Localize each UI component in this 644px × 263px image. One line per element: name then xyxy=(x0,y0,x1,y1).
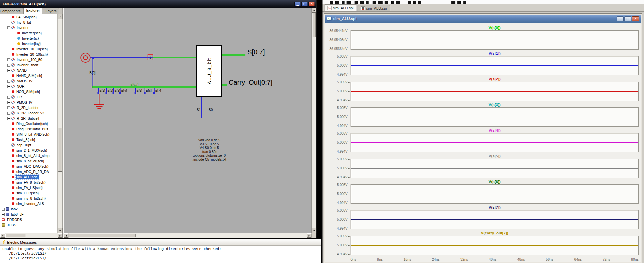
explorer-tree-item[interactable]: Inverter{sch} xyxy=(0,30,57,36)
minimize-button[interactable] xyxy=(294,2,301,7)
waveform-plot[interactable] xyxy=(351,30,639,50)
explorer-tree-item[interactable]: cap_10pf xyxy=(0,142,57,148)
waveform-plot[interactable] xyxy=(351,56,639,75)
trace-title[interactable]: V(carry_out[7]) xyxy=(351,230,639,236)
explorer-tree-item[interactable]: Inverter_short xyxy=(0,62,57,68)
electric-titlebar[interactable]: ENGR338:sim_ALU{sch} × xyxy=(0,0,316,8)
messages-titlebar[interactable]: Electric Messages xyxy=(0,239,321,246)
waveform-plot[interactable] xyxy=(351,210,639,229)
explorer-tree-item[interactable]: sim_ADC_R_2R_DA xyxy=(0,169,57,174)
a-input-bus[interactable] xyxy=(153,57,196,58)
explorer-tree-item[interactable]: sim_inv_8_bit{sch} xyxy=(0,196,57,201)
explorer-tree-item[interactable]: NMOS_IV xyxy=(0,78,57,84)
explorer-tree-item[interactable]: R_2R_Ladder xyxy=(0,105,57,110)
explorer-tree-item[interactable]: sim_O_R{sch} xyxy=(0,190,57,196)
waveform-plot[interactable] xyxy=(351,133,639,152)
explorer-tree-item[interactable]: NAND xyxy=(0,68,57,73)
tab-components[interactable]: Components xyxy=(0,8,23,14)
waveform-plot[interactable] xyxy=(351,236,639,255)
explorer-tree-item[interactable]: Ring_Oscillator_Bus xyxy=(0,126,57,132)
explorer-tree-item[interactable]: sim_8_bit_or{sch} xyxy=(0,158,57,164)
waveform-plot[interactable] xyxy=(351,82,639,101)
expand-toggle-collapsed[interactable] xyxy=(7,69,10,72)
trace-title[interactable]: V(s[3]) xyxy=(351,102,639,107)
s0-pin-label[interactable]: S0 xyxy=(209,108,213,112)
explorer-tree-item[interactable]: sim_ADC_DAC{sch} xyxy=(0,164,57,169)
schematic-canvas[interactable]: J ALU_8_bit S[0:7] Carry_Out[0:7] B[0] B… xyxy=(64,8,311,233)
b-pin-label[interactable]: B[7] xyxy=(155,89,161,92)
tree-horizontal-scrollbar[interactable] xyxy=(0,233,62,238)
expand-toggle-collapsed[interactable] xyxy=(7,117,10,120)
tab-layers[interactable]: Layers xyxy=(43,8,59,14)
trace-title[interactable]: V(s[1]) xyxy=(351,51,639,56)
expand-toggle-collapsed[interactable] xyxy=(7,106,10,109)
trace-title[interactable]: V(s[0]) xyxy=(351,25,639,30)
explorer-tree-item[interactable]: NAND_SIM{sch} xyxy=(0,73,57,78)
explorer-tree-item[interactable]: Inverter_20_10{sch} xyxy=(0,52,57,57)
expand-toggle-collapsed[interactable] xyxy=(7,80,10,83)
explorer-tree-item[interactable]: R_2R_Subcell xyxy=(0,116,57,121)
canvas-hscrollbar-thumb[interactable] xyxy=(69,234,136,237)
canvas-vertical-scrollbar[interactable] xyxy=(311,8,316,233)
explorer-tree-item[interactable]: Inv_8_bit xyxy=(0,20,57,25)
explorer-tree-item[interactable]: NOR_SIM{sch} xyxy=(0,89,57,94)
explorer-tree-item[interactable]: Inverter{ic} xyxy=(0,36,57,41)
waveform-plot[interactable] xyxy=(351,159,639,178)
canvas-scroll-right-button[interactable] xyxy=(307,233,311,238)
tree-hscrollbar-thumb[interactable] xyxy=(5,234,25,237)
explorer-tree-item[interactable]: JOBS xyxy=(0,222,57,228)
b-pin-label[interactable]: B[5] xyxy=(137,89,142,92)
explorer-tree-item[interactable]: OR xyxy=(0,94,57,100)
b-pin-label[interactable]: B[4] xyxy=(121,89,127,92)
spice-file-tab-active[interactable]: sim_ALU.spi xyxy=(324,4,357,11)
restore-button[interactable] xyxy=(624,16,631,21)
explorer-tree-item[interactable]: SIM_8_bit_AND{sch} xyxy=(0,132,57,137)
tab-explorer[interactable]: Explorer xyxy=(23,8,42,14)
explorer-tree-item[interactable]: sim_ALU{sch} xyxy=(0,174,57,180)
expand-toggle-collapsed[interactable] xyxy=(7,96,10,99)
explorer-tree-item[interactable]: ERRORS xyxy=(0,217,57,222)
canvas-scroll-up-button[interactable] xyxy=(312,8,316,13)
minimize-button[interactable] xyxy=(617,16,624,21)
trace-title[interactable]: V(s[5]) xyxy=(351,153,639,159)
expand-toggle-collapsed[interactable] xyxy=(2,213,5,216)
explorer-tree-item[interactable]: Inverter{lay} xyxy=(0,41,57,46)
explorer-tree-item[interactable]: lab2 xyxy=(0,206,57,212)
tree-scrollbar-thumb[interactable] xyxy=(58,128,62,172)
b-pin-label[interactable]: B[6] xyxy=(146,89,152,92)
waveform-plot[interactable] xyxy=(351,184,639,204)
close-button[interactable]: × xyxy=(632,16,639,21)
explorer-tree-item[interactable]: sim_FA_8_bit{sch} xyxy=(0,180,57,185)
tree-vertical-scrollbar[interactable] xyxy=(57,14,62,233)
explorer-tree-item[interactable]: sim_FA_HS{sch} xyxy=(0,185,57,190)
spice-file-tab[interactable]: sim_ALU.spi xyxy=(358,5,390,11)
maximize-button[interactable] xyxy=(301,2,308,7)
explorer-tree-item[interactable]: Inverter_10_10{sch} xyxy=(0,46,57,52)
trace-title[interactable]: V(s[7]) xyxy=(351,205,639,210)
explorer-tree-item[interactable]: Inverter xyxy=(0,25,57,30)
expand-toggle-collapsed[interactable] xyxy=(7,85,10,88)
alu-8-bit-block[interactable]: ALU_8_bit xyxy=(196,45,222,97)
trace-title[interactable]: V(s[2]) xyxy=(351,76,639,82)
explorer-tree-item[interactable]: R_2R_Ladder_v2 xyxy=(0,110,57,116)
expand-toggle-collapsed[interactable] xyxy=(7,58,10,61)
expand-toggle-expanded[interactable] xyxy=(7,26,10,29)
spice-deck-text[interactable]: vdd vdd 0 dc 5V3 S1 0 dc 5V4 S0 0 dc 5.t… xyxy=(172,138,246,161)
expand-toggle-collapsed[interactable] xyxy=(7,112,10,115)
explorer-tree-item[interactable]: sim_8_bit_ALU_simp xyxy=(0,153,57,158)
explorer-tree-item[interactable]: PMOS_IV xyxy=(0,100,57,105)
s-output-bus[interactable] xyxy=(222,54,245,56)
explorer-tree-item[interactable]: lab8_JF xyxy=(0,212,57,217)
s1-pin-label[interactable]: S1 xyxy=(197,108,201,112)
explorer-tree-item[interactable]: FA_SIM{sch} xyxy=(0,14,57,20)
explorer-tree-item[interactable]: sim_inverter_ALS xyxy=(0,201,57,206)
s-bus-label[interactable]: S[0:7] xyxy=(247,48,265,56)
s0-pin-wire[interactable] xyxy=(214,97,214,118)
b-pin-label[interactable]: B[1] xyxy=(99,89,105,92)
explorer-tree-item[interactable]: Inverter_100_50 xyxy=(0,57,57,62)
trace-title[interactable]: V(s[4]) xyxy=(351,128,639,133)
expand-toggle-collapsed[interactable] xyxy=(7,64,10,67)
waveform-plot[interactable] xyxy=(351,107,639,127)
explorer-tree-item[interactable]: Ring_Oscillator{sch} xyxy=(0,121,57,126)
explorer-tree-item[interactable]: Task_3{sch} xyxy=(0,137,57,142)
